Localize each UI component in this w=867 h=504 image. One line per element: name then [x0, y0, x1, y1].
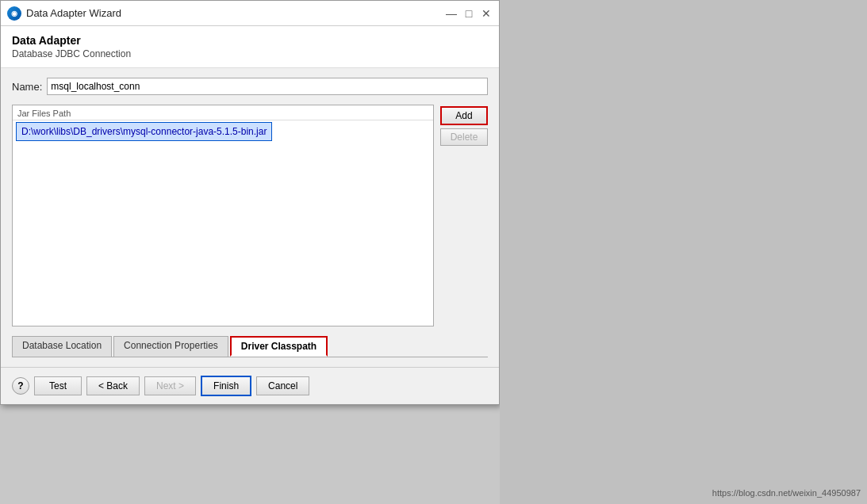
jar-entry[interactable]: D:\work\libs\DB_drivers\mysql-connector-…	[16, 122, 272, 141]
dialog-header: Data Adapter Database JDBC Connection	[1, 26, 499, 68]
jar-panel-header: Jar Files Path	[13, 105, 433, 120]
title-bar: ◉ Data Adapter Wizard — □ ✕	[1, 1, 499, 26]
back-button[interactable]: < Back	[86, 376, 140, 395]
tab-driver-classpath[interactable]: Driver Classpath	[230, 336, 328, 357]
name-row: Name:	[12, 78, 488, 95]
next-button[interactable]: Next >	[144, 376, 196, 395]
maximize-button[interactable]: □	[462, 7, 475, 20]
dialog-body: Name: Jar Files Path D:\work\libs\DB_dri…	[1, 68, 499, 367]
dialog-title: Data Adapter	[12, 34, 488, 47]
jar-buttons: Add Delete	[440, 105, 488, 326]
tab-database-location[interactable]: Database Location	[12, 336, 112, 357]
close-button[interactable]: ✕	[480, 7, 493, 20]
app-icon: ◉	[7, 6, 21, 21]
delete-button[interactable]: Delete	[440, 128, 488, 146]
name-label: Name:	[12, 81, 42, 93]
title-controls: — □ ✕	[445, 7, 493, 20]
title-bar-text: Data Adapter Wizard	[26, 7, 121, 19]
test-button[interactable]: Test	[34, 376, 82, 395]
help-button[interactable]: ?	[12, 377, 29, 395]
dialog-footer: ? Test < Back Next > Finish Cancel	[1, 367, 499, 404]
add-button[interactable]: Add	[440, 106, 488, 125]
name-input[interactable]	[47, 78, 488, 95]
title-bar-left: ◉ Data Adapter Wizard	[7, 6, 121, 21]
tabs-row: Database Location Connection Properties …	[12, 336, 488, 357]
app-icon-text: ◉	[11, 10, 17, 17]
jar-panel: Jar Files Path D:\work\libs\DB_drivers\m…	[12, 105, 434, 326]
minimize-button[interactable]: —	[445, 7, 458, 20]
watermark: https://blog.csdn.net/weixin_44950987	[712, 488, 861, 498]
finish-button[interactable]: Finish	[201, 376, 251, 396]
right-panel: https://blog.csdn.net/weixin_44950987	[500, 0, 867, 504]
tab-connection-properties[interactable]: Connection Properties	[113, 336, 228, 357]
cancel-button[interactable]: Cancel	[256, 376, 309, 395]
data-adapter-wizard-dialog: ◉ Data Adapter Wizard — □ ✕ Data Adapter…	[0, 0, 500, 405]
dialog-subtitle: Database JDBC Connection	[12, 48, 488, 59]
jar-section: Jar Files Path D:\work\libs\DB_drivers\m…	[12, 105, 488, 326]
